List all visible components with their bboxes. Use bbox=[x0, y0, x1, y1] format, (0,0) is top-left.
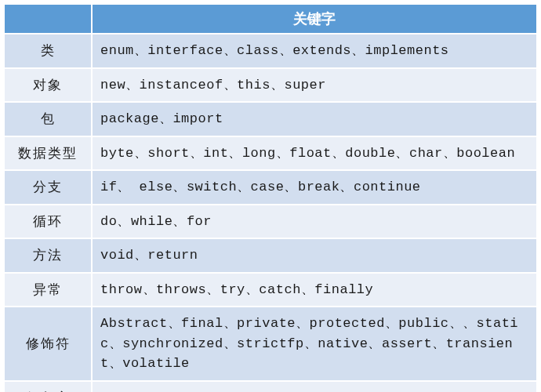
keywords-cell: void、return bbox=[93, 239, 536, 272]
table-row: 修饰符 Abstract、final、private、protected、pub… bbox=[5, 307, 536, 380]
keywords-table: 关键字 类 enum、interface、class、extends、imple… bbox=[3, 3, 538, 392]
keywords-cell: do、while、for bbox=[93, 205, 536, 238]
category-cell: 保留字 bbox=[5, 382, 91, 393]
category-cell: 异常 bbox=[5, 274, 91, 307]
table-body: 类 enum、interface、class、extends、implement… bbox=[5, 34, 536, 392]
keywords-cell: enum、interface、class、extends、implements bbox=[93, 34, 536, 67]
keywords-cell: if、 else、switch、case、break、continue bbox=[93, 171, 536, 204]
category-cell: 对象 bbox=[5, 69, 91, 102]
category-cell: 包 bbox=[5, 103, 91, 136]
category-cell: 分支 bbox=[5, 171, 91, 204]
keywords-cell: const、goto bbox=[93, 382, 536, 393]
keywords-cell: throw、throws、try、catch、finally bbox=[93, 274, 536, 307]
table-row: 对象 new、instanceof、this、super bbox=[5, 69, 536, 102]
table-row: 保留字 const、goto bbox=[5, 382, 536, 393]
table-header-row: 关键字 bbox=[5, 5, 536, 33]
category-cell: 类 bbox=[5, 34, 91, 67]
keywords-cell: Abstract、final、private、protected、public、… bbox=[93, 307, 536, 380]
table-row: 异常 throw、throws、try、catch、finally bbox=[5, 274, 536, 307]
keywords-cell: new、instanceof、this、super bbox=[93, 69, 536, 102]
category-cell: 循环 bbox=[5, 205, 91, 238]
keywords-cell: package、import bbox=[93, 103, 536, 136]
header-spacer bbox=[5, 5, 91, 33]
header-title: 关键字 bbox=[93, 5, 536, 33]
table-row: 类 enum、interface、class、extends、implement… bbox=[5, 34, 536, 67]
table-row: 包 package、import bbox=[5, 103, 536, 136]
table-row: 方法 void、return bbox=[5, 239, 536, 272]
category-cell: 数据类型 bbox=[5, 137, 91, 170]
table-row: 分支 if、 else、switch、case、break、continue bbox=[5, 171, 536, 204]
table-row: 数据类型 byte、short、int、long、float、double、ch… bbox=[5, 137, 536, 170]
category-cell: 方法 bbox=[5, 239, 91, 272]
table-row: 循环 do、while、for bbox=[5, 205, 536, 238]
category-cell: 修饰符 bbox=[5, 307, 91, 380]
keywords-cell: byte、short、int、long、float、double、char、bo… bbox=[93, 137, 536, 170]
